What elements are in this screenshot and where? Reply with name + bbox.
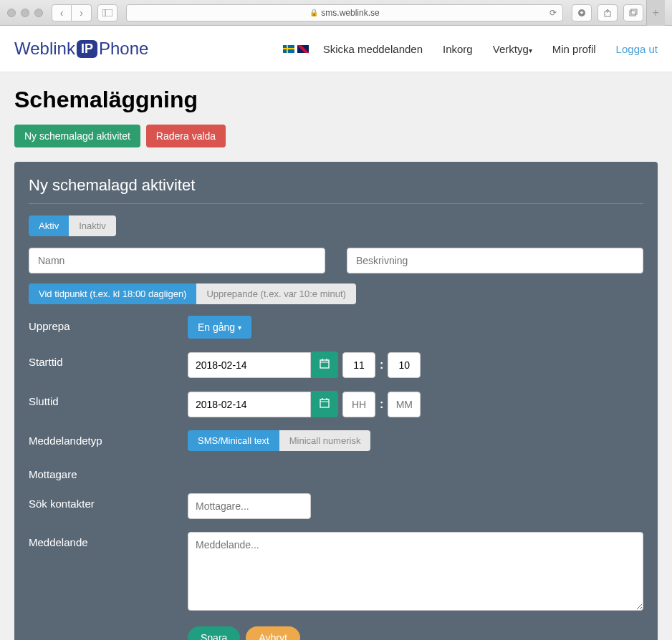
search-contacts-label: Sök kontakter (29, 493, 188, 510)
end-minute-input[interactable] (388, 392, 421, 417)
share-button[interactable] (597, 4, 618, 21)
svg-rect-0 (102, 9, 112, 16)
start-calendar-button[interactable] (311, 351, 338, 378)
status-active-button[interactable]: Aktiv (29, 215, 69, 236)
delete-selected-button[interactable]: Radera valda (146, 125, 226, 147)
msgtype-numeric-button[interactable]: Minicall numerisk (279, 430, 371, 451)
nav-tools-label: Verktyg (493, 43, 529, 55)
tabs-button[interactable] (623, 4, 643, 21)
end-date-input[interactable] (188, 392, 311, 417)
logo-badge: IP (77, 40, 97, 58)
end-label: Sluttid (29, 391, 188, 407)
nav-send[interactable]: Skicka meddelanden (323, 43, 423, 55)
activity-panel: Ny schemalagd aktivitet Aktiv Inaktiv Vi… (14, 162, 658, 640)
repeat-dropdown[interactable]: En gång ▾ (188, 316, 251, 339)
nav-inbox[interactable]: Inkorg (443, 43, 473, 55)
repeat-label: Upprepa (29, 316, 188, 332)
reload-icon[interactable]: ⟳ (549, 8, 557, 18)
description-input[interactable] (347, 248, 643, 273)
message-label: Meddelande (29, 532, 188, 548)
chevron-down-icon: ▾ (529, 47, 532, 54)
page-title: Schemaläggning (14, 87, 658, 113)
chevron-down-icon: ▾ (238, 324, 241, 331)
calendar-icon (320, 359, 330, 369)
nav-tools[interactable]: Verktyg▾ (493, 43, 532, 55)
start-hour-input[interactable] (342, 352, 375, 378)
address-bar[interactable]: 🔒 sms.weblink.se ⟳ (126, 4, 563, 21)
flag-sweden-icon[interactable] (283, 45, 294, 53)
logo-text-2: Phone (99, 39, 148, 59)
logo-text-1: Weblink (14, 39, 75, 59)
minimize-window-icon[interactable] (21, 9, 29, 17)
forward-button[interactable]: › (72, 4, 92, 21)
name-input[interactable] (29, 248, 325, 273)
close-window-icon[interactable] (7, 9, 16, 17)
start-minute-input[interactable] (388, 352, 421, 378)
msgtype-label: Meddelandetyp (29, 430, 188, 447)
language-flags (283, 45, 309, 53)
cancel-button[interactable]: Avbryt (246, 626, 299, 640)
timing-at-button[interactable]: Vid tidpunkt (t.ex. kl 18:00 dagligen) (29, 283, 196, 304)
time-separator: : (380, 359, 383, 372)
status-inactive-button[interactable]: Inaktiv (69, 215, 116, 236)
flag-uk-icon[interactable] (297, 45, 309, 53)
browser-titlebar: ‹ › 🔒 sms.weblink.se ⟳ + (0, 0, 672, 26)
window-controls (7, 9, 43, 17)
nav-logout[interactable]: Logga ut (616, 43, 658, 55)
repeat-value: En gång (198, 321, 235, 333)
time-separator: : (380, 398, 383, 411)
start-date-input[interactable] (188, 352, 311, 378)
nav-profile[interactable]: Min profil (552, 43, 596, 55)
timing-toggle: Vid tidpunkt (t.ex. kl 18:00 dagligen) U… (29, 283, 643, 304)
maximize-window-icon[interactable] (34, 9, 43, 17)
svg-rect-6 (320, 360, 329, 368)
lock-icon: 🔒 (309, 9, 318, 16)
recipients-label: Mottagare (29, 464, 188, 480)
end-hour-input[interactable] (342, 392, 375, 417)
svg-rect-4 (630, 11, 635, 16)
top-nav: Weblink IP Phone Skicka meddelanden Inko… (0, 26, 672, 72)
new-activity-button[interactable]: Ny schemalagd aktivitet (14, 125, 140, 147)
message-textarea[interactable] (188, 532, 643, 611)
logo[interactable]: Weblink IP Phone (14, 39, 148, 59)
msgtype-sms-button[interactable]: SMS/Minicall text (188, 430, 279, 451)
svg-rect-5 (631, 9, 637, 14)
panel-title: Ny schemalagd aktivitet (29, 176, 643, 204)
url-text: sms.weblink.se (321, 8, 379, 18)
sidebar-toggle-button[interactable] (97, 4, 117, 21)
recipients-search-input[interactable] (188, 493, 311, 519)
downloads-button[interactable] (572, 4, 592, 21)
start-label: Starttid (29, 351, 188, 368)
back-button[interactable]: ‹ (52, 4, 72, 21)
end-calendar-button[interactable] (311, 391, 338, 417)
save-button[interactable]: Spara (188, 626, 240, 640)
new-tab-button[interactable]: + (646, 0, 665, 26)
svg-rect-10 (320, 399, 329, 407)
timing-repeat-button[interactable]: Upprepande (t.ex. var 10:e minut) (196, 283, 355, 304)
status-toggle: Aktiv Inaktiv (29, 215, 643, 236)
calendar-icon (320, 398, 330, 408)
